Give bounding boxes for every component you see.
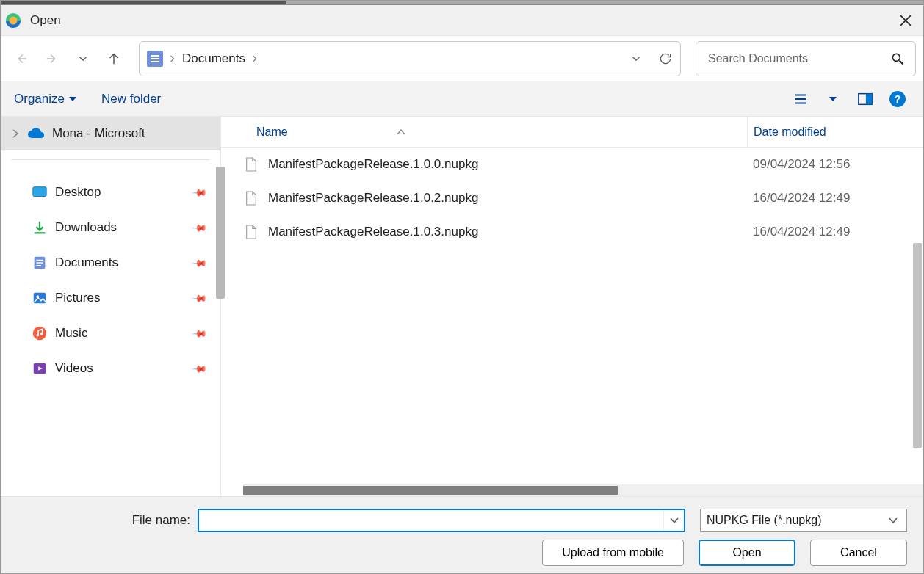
column-header-name[interactable]: Name	[256, 126, 747, 139]
navigation-pane: Mona - Microsoft Desktop📌Downloads📌Docum…	[1, 117, 221, 496]
sidebar-item-documents[interactable]: Documents📌	[1, 245, 220, 280]
filetype-dropdown-button[interactable]	[889, 517, 906, 523]
new-folder-button[interactable]: New folder	[101, 92, 161, 106]
caret-down-icon	[69, 97, 76, 101]
sidebar-item-downloads[interactable]: Downloads📌	[1, 210, 220, 245]
sidebar-divider	[11, 159, 210, 160]
desktop-icon	[32, 184, 48, 200]
search-icon	[890, 51, 905, 66]
onedrive-icon	[27, 128, 45, 139]
chevron-down-icon	[670, 517, 679, 523]
sidebar-account-label: Mona - Microsoft	[52, 126, 145, 141]
sidebar-item-label: Desktop	[55, 185, 101, 200]
sort-indicator	[397, 129, 405, 135]
view-mode-button[interactable]	[788, 87, 813, 112]
body-area: Mona - Microsoft Desktop📌Downloads📌Docum…	[1, 117, 923, 496]
address-bar[interactable]: Documents	[139, 41, 681, 76]
chevron-down-icon	[76, 52, 90, 65]
preview-pane-button[interactable]	[853, 87, 878, 112]
filename-combobox[interactable]	[198, 509, 685, 532]
pin-icon: 📌	[192, 184, 208, 200]
close-icon	[900, 15, 912, 26]
column-headers: Name Date modified	[221, 117, 923, 148]
sidebar-item-desktop[interactable]: Desktop📌	[1, 175, 220, 210]
chevron-down-icon	[629, 52, 643, 65]
svg-point-11	[36, 334, 39, 337]
arrow-up-icon	[106, 51, 122, 67]
sidebar-item-label: Videos	[55, 361, 93, 376]
search-box[interactable]	[696, 41, 916, 76]
footer: File name: NUPKG File (*.nupkg) Upload f…	[1, 496, 923, 573]
file-row[interactable]: ManifestPackageRelease.1.0.2.nupkg16/04/…	[221, 181, 923, 215]
organize-menu[interactable]: Organize	[14, 92, 76, 106]
new-folder-label: New folder	[101, 92, 161, 106]
upload-from-mobile-button[interactable]: Upload from mobile	[542, 540, 684, 566]
sidebar-account-row[interactable]: Mona - Microsoft	[1, 117, 220, 150]
organize-label: Organize	[14, 92, 65, 106]
svg-rect-4	[866, 93, 872, 104]
preview-pane-icon	[857, 91, 873, 107]
music-icon	[32, 325, 48, 341]
open-button[interactable]: Open	[699, 540, 795, 566]
refresh-button[interactable]	[651, 44, 680, 73]
edge-icon	[5, 12, 21, 29]
back-button[interactable]	[8, 46, 35, 72]
pin-icon: 📌	[192, 325, 208, 341]
svg-point-2	[892, 54, 900, 61]
horizontal-scrollbar[interactable]	[243, 484, 923, 496]
forward-button[interactable]	[39, 46, 65, 72]
pictures-icon	[32, 290, 48, 306]
svg-rect-8	[34, 293, 46, 304]
titlebar: Open	[1, 5, 923, 36]
filename-history-button[interactable]	[663, 510, 684, 531]
column-header-name-label: Name	[256, 126, 288, 139]
breadcrumb-documents[interactable]: Documents	[182, 51, 245, 66]
file-list-area: Name Date modified ManifestPackageReleas…	[221, 117, 923, 496]
pin-icon: 📌	[192, 290, 208, 306]
file-icon	[245, 190, 261, 206]
file-name: ManifestPackageRelease.1.0.3.nupkg	[268, 225, 747, 239]
up-button[interactable]	[101, 46, 127, 72]
file-date: 16/04/2024 12:49	[747, 191, 923, 206]
cancel-button[interactable]: Cancel	[810, 540, 907, 566]
svg-rect-5	[33, 187, 46, 197]
breadcrumb-separator	[251, 55, 259, 62]
list-view-icon	[793, 91, 809, 107]
filetype-combobox[interactable]: NUPKG File (*.nupkg)	[700, 509, 907, 532]
filetype-label: NUPKG File (*.nupkg)	[707, 514, 822, 527]
svg-point-10	[33, 327, 46, 340]
arrow-right-icon	[44, 51, 60, 67]
sidebar-item-pictures[interactable]: Pictures📌	[1, 280, 220, 316]
recent-locations-button[interactable]	[70, 46, 96, 72]
pin-icon: 📌	[192, 360, 208, 377]
search-input[interactable]	[707, 51, 890, 66]
sidebar-item-music[interactable]: Music📌	[1, 316, 220, 351]
arrow-left-icon	[13, 51, 29, 67]
navigation-bar: Documents	[1, 36, 923, 81]
breadcrumb-separator	[169, 55, 176, 62]
window-title: Open	[30, 13, 61, 28]
vertical-scrollbar[interactable]	[913, 243, 922, 448]
horizontal-scroll-thumb[interactable]	[243, 486, 618, 495]
sidebar-item-videos[interactable]: Videos📌	[1, 351, 220, 386]
chevron-down-icon	[889, 517, 898, 523]
chevron-right-icon	[169, 55, 176, 62]
file-rows: ManifestPackageRelease.1.0.0.nupkg09/04/…	[221, 148, 923, 496]
file-row[interactable]: ManifestPackageRelease.1.0.3.nupkg16/04/…	[221, 215, 923, 249]
help-button[interactable]: ?	[885, 87, 910, 112]
file-row[interactable]: ManifestPackageRelease.1.0.0.nupkg09/04/…	[221, 148, 923, 181]
command-bar: Organize New folder ?	[1, 81, 923, 117]
svg-point-1	[10, 16, 18, 24]
sidebar-item-label: Music	[55, 326, 87, 341]
column-header-date[interactable]: Date modified	[747, 117, 923, 147]
documents-icon	[32, 255, 48, 271]
file-icon	[245, 224, 261, 240]
view-mode-dropdown[interactable]	[820, 87, 845, 112]
address-history-button[interactable]	[621, 44, 651, 73]
refresh-icon	[658, 51, 673, 66]
chevron-up-icon	[397, 129, 405, 135]
filename-input[interactable]	[199, 510, 663, 531]
file-date: 09/04/2024 12:56	[747, 157, 923, 172]
chevron-right-icon	[251, 55, 259, 62]
close-button[interactable]	[888, 5, 923, 36]
